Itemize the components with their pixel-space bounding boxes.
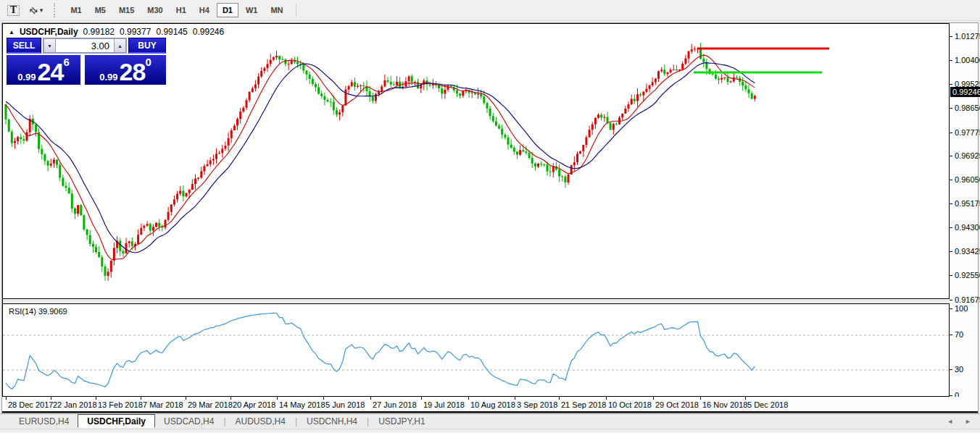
chart-body: ▲ USDCHF,Daily 0.99182 0.99377 0.99145 0…	[2, 23, 978, 413]
tab-separator: |	[223, 416, 225, 426]
price-tick-label: 0.96050	[955, 175, 980, 184]
date-tick	[323, 397, 324, 400]
date-tick	[653, 397, 654, 400]
toolbar-grip[interactable]	[54, 3, 59, 17]
date-tick-label: 29 Mar 2018	[188, 400, 233, 409]
date-tick-label: 3 Sep 2018	[517, 400, 557, 409]
volume-field[interactable]: 3.00	[56, 38, 114, 53]
price-tick	[950, 203, 952, 204]
open-value: 0.99182	[83, 27, 115, 37]
date-tick	[6, 397, 7, 400]
volume-spinner: ▼ 3.00 ▲	[43, 38, 127, 54]
rsi-indicator-label: RSI(14) 39.9069	[9, 307, 67, 316]
date-tick	[51, 397, 51, 400]
rsi-scale-label: 100	[955, 304, 968, 313]
price-pane[interactable]: ▲ USDCHF,Daily 0.99182 0.99377 0.99145 0…	[2, 23, 950, 299]
price-tick	[950, 227, 952, 228]
price-tick-label: 0.92550	[955, 271, 980, 279]
price-tick	[950, 180, 952, 180]
timeframe-button-MN[interactable]: MN	[265, 3, 288, 17]
buy-price-prefix: 0.99	[99, 72, 117, 83]
date-tick-label: 16 Nov 2018	[702, 400, 747, 409]
sell-button[interactable]: SELL	[7, 38, 41, 54]
rsi-pane[interactable]: RSI(14) 39.9069	[2, 303, 950, 397]
price-tick	[950, 251, 952, 252]
collapse-icon[interactable]: ▲	[9, 29, 14, 35]
timeframe-button-D1[interactable]: D1	[217, 3, 238, 17]
buy-button[interactable]: BUY	[128, 38, 166, 54]
volume-increase-button[interactable]: ▲	[114, 38, 126, 53]
price-tick-label: 0.94300	[955, 223, 980, 232]
date-tick	[700, 397, 701, 400]
tab-scroll-right-icon[interactable]: ►	[965, 418, 971, 425]
timeframe-button-M15[interactable]: M15	[113, 3, 140, 17]
current-price-badge: 0.99246	[950, 87, 980, 97]
timeframe-button-H4[interactable]: H4	[194, 3, 215, 17]
tab-AUDUSD-H4[interactable]: AUDUSD,H4	[227, 416, 294, 427]
date-tick-label: 10 Oct 2018	[608, 400, 652, 409]
price-tick-label: 0.98650	[955, 104, 980, 112]
price-tick	[950, 300, 952, 300]
price-tick	[950, 60, 952, 61]
date-tick	[186, 397, 186, 400]
date-tick-label: 13 Feb 2018	[98, 400, 143, 409]
date-tick-label: 20 Apr 2018	[233, 400, 275, 409]
symbol-label: USDCHF,Daily	[20, 27, 78, 37]
tab-scroll-arrows: ◄ ►	[947, 418, 971, 425]
date-tick	[277, 397, 278, 400]
timeframe-button-M5[interactable]: M5	[89, 3, 112, 17]
chart-window: ▲ USDCHF,Daily 0.99182 0.99377 0.99145 0…	[1, 22, 979, 413]
rsi-chart	[3, 304, 949, 396]
tab-scroll-left-icon[interactable]: ◄	[947, 418, 953, 425]
volume-decrease-button[interactable]: ▼	[43, 38, 56, 53]
trade-panel-price-row: 0.99 24 6 0.99 28 0	[7, 55, 166, 85]
low-value: 0.99145	[156, 27, 187, 37]
price-tick-label: 1.00400	[955, 56, 980, 64]
trade-panel-top-row: SELL ▼ 3.00 ▲ BUY	[7, 38, 166, 54]
date-tick-label: 27 Jun 2018	[373, 400, 417, 409]
date-tick-label: 28 Dec 2017	[8, 400, 53, 409]
date-tick-label: 7 Mar 2018	[143, 400, 183, 409]
timeframe-button-W1[interactable]: W1	[240, 3, 264, 17]
tab-USDJPY-H1[interactable]: USDJPY,H1	[370, 416, 433, 427]
timeframe-button-H1[interactable]: H1	[170, 3, 192, 17]
tab-separator: |	[295, 416, 297, 426]
timeframe-button-M30[interactable]: M30	[141, 3, 168, 17]
tab-USDCHF-Daily[interactable]: USDCHF,Daily	[78, 414, 155, 428]
status-strip	[0, 429, 980, 433]
rsi-scale-tick	[950, 395, 952, 396]
price-tick-label: 0.96925	[955, 151, 980, 160]
metatrader-window: T ⇄▾ M1M5M15M30H1H4D1W1MN ▲ USDCHF,Daily…	[0, 0, 980, 433]
price-axis[interactable]: 1.012751.004000.995250.986500.977750.969…	[950, 23, 978, 413]
date-tick-label: 22 Jan 2018	[53, 400, 97, 409]
date-tick	[141, 397, 141, 400]
date-tick	[515, 397, 515, 400]
tab-USDCNH-H4[interactable]: USDCNH,H4	[298, 416, 366, 427]
rsi-scale-label: 70	[955, 330, 963, 339]
price-tick	[950, 84, 952, 85]
tab-separator: |	[367, 416, 369, 426]
date-tick	[370, 397, 371, 400]
tab-USDCAD-H4[interactable]: USDCAD,H4	[155, 416, 223, 427]
timeframe-button-M1[interactable]: M1	[65, 3, 87, 17]
sell-price-pip: 6	[63, 56, 69, 68]
sell-price-display[interactable]: 0.99 24 6	[7, 55, 80, 85]
date-tick-label: 21 Sep 2018	[561, 400, 606, 409]
tab-EURUSD-H4[interactable]: EURUSD,H4	[10, 416, 78, 427]
draw-tool-icon: ⇄	[27, 4, 40, 17]
price-tick-label: 0.97775	[955, 128, 980, 137]
date-tick-label: 10 Aug 2018	[470, 400, 515, 409]
timeframe-group: M1M5M15M30H1H4D1W1MN	[64, 3, 289, 17]
time-axis[interactable]: 28 Dec 201722 Jan 201813 Feb 20187 Mar 2…	[2, 397, 978, 413]
date-tick-label: 14 May 2018	[279, 400, 325, 409]
chart-header: ▲ USDCHF,Daily 0.99182 0.99377 0.99145 0…	[9, 27, 224, 37]
draw-tool-button[interactable]: ⇄▾	[25, 1, 48, 19]
price-tick	[950, 156, 952, 156]
price-tick-label: 0.95175	[955, 199, 980, 208]
date-tick	[559, 397, 560, 400]
buy-price-display[interactable]: 0.99 28 0	[85, 55, 166, 85]
date-tick-label: 5 Jun 2018	[325, 400, 365, 409]
text-tool-button[interactable]: T	[2, 1, 25, 19]
one-click-trade-panel: SELL ▼ 3.00 ▲ BUY 0.99 24 6	[7, 38, 166, 85]
rsi-scale-tick	[950, 308, 952, 309]
